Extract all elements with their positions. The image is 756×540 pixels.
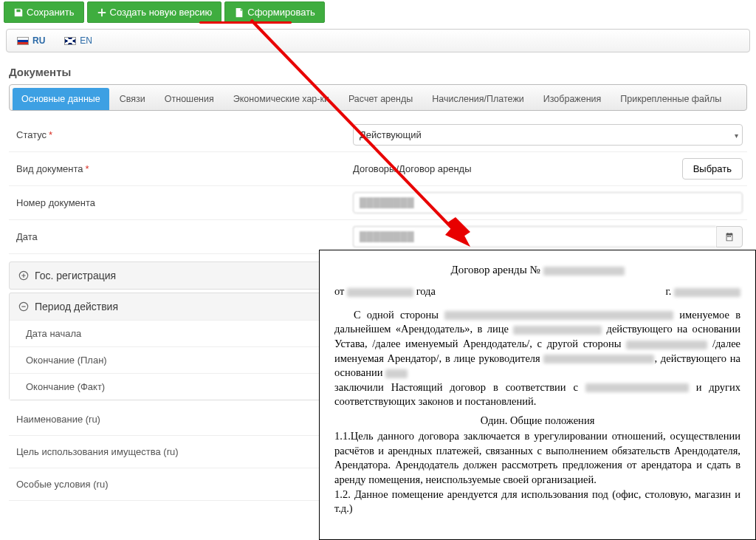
- doctype-label: Вид документа*: [13, 163, 353, 174]
- flag-en-icon: [64, 37, 76, 45]
- language-bar: RU EN: [6, 29, 750, 52]
- tab-economics[interactable]: Экономические хар-ки: [224, 88, 338, 110]
- top-toolbar: Сохранить Создать новую версию Сформиров…: [0, 0, 756, 23]
- generate-button[interactable]: Сформировать: [224, 1, 325, 23]
- plus-icon: [97, 7, 107, 18]
- highlight-underline: [199, 21, 292, 24]
- lang-en-label: EN: [80, 35, 92, 46]
- save-icon: [13, 7, 24, 18]
- doc-clause-1-2: 1.2. Данное помещение арендуется для исп…: [334, 488, 740, 516]
- end-plan-label: Окончание (План): [23, 355, 107, 366]
- doctype-value: Договоры/Договор аренды: [353, 163, 678, 174]
- start-date-label: Дата начала: [23, 328, 81, 339]
- tabs-bar: Основные данные Связи Отношения Экономич…: [9, 84, 747, 111]
- section-title: Документы: [9, 66, 747, 78]
- doc-body: С одной стороны x именуемое в дальнейшем…: [334, 308, 740, 516]
- minus-circle-icon: [18, 301, 29, 312]
- doc-clause-1-1: 1.1.Цель данного договора заключается в …: [334, 429, 740, 487]
- doc-title: Договор аренды № xxxxxxxx: [334, 262, 740, 277]
- calendar-icon: [724, 232, 735, 242]
- row-status: Статус* Действующий ▾: [9, 118, 747, 152]
- svg-rect-2: [21, 306, 25, 307]
- doc-section-1: Один. Общие положения: [334, 414, 740, 428]
- document-preview: Договор аренды № xxxxxxxx от xxxx года г…: [319, 250, 756, 540]
- row-docnum: Номер документа: [9, 186, 747, 220]
- tab-attachments[interactable]: Прикрепленные файлы: [611, 88, 730, 110]
- doc-header-line: от xxxx года г. xxxx: [334, 284, 740, 299]
- status-label: Статус*: [13, 129, 353, 140]
- form: Статус* Действующий ▾ Вид документа* Дог…: [9, 118, 747, 254]
- tab-images[interactable]: Изображения: [535, 88, 611, 110]
- panel-period-title: Период действия: [35, 301, 118, 312]
- tab-charges[interactable]: Начисления/Платежи: [423, 88, 533, 110]
- docnum-input[interactable]: [353, 192, 743, 213]
- date-input[interactable]: [353, 226, 716, 247]
- docnum-label: Номер документа: [13, 197, 353, 208]
- end-fact-label: Окончание (Факт): [23, 381, 105, 392]
- tab-main-data[interactable]: Основные данные: [13, 88, 109, 110]
- plus-circle-icon: [18, 270, 29, 281]
- flag-ru-icon: [17, 37, 29, 45]
- panel-gosreg-title: Гос. регистрация: [35, 270, 116, 281]
- status-select[interactable]: Действующий: [353, 124, 743, 146]
- tab-relations[interactable]: Отношения: [156, 88, 223, 110]
- calendar-button[interactable]: [716, 226, 743, 247]
- tab-links[interactable]: Связи: [111, 88, 154, 110]
- status-select-wrap: Действующий ▾: [353, 124, 743, 146]
- save-button[interactable]: Сохранить: [4, 1, 84, 23]
- date-label: Дата: [13, 231, 353, 242]
- row-doctype: Вид документа* Договоры/Договор аренды В…: [9, 152, 747, 186]
- lang-ru[interactable]: RU: [14, 34, 48, 47]
- save-label: Сохранить: [27, 7, 75, 18]
- new-version-button[interactable]: Создать новую версию: [87, 1, 222, 23]
- generate-label: Сформировать: [247, 7, 315, 18]
- lang-en[interactable]: EN: [61, 34, 95, 47]
- new-version-label: Создать новую версию: [110, 7, 213, 18]
- lang-ru-label: RU: [32, 35, 45, 46]
- choose-button[interactable]: Выбрать: [682, 158, 743, 180]
- tab-rent-calc[interactable]: Расчет аренды: [340, 88, 422, 110]
- document-icon: [234, 7, 244, 18]
